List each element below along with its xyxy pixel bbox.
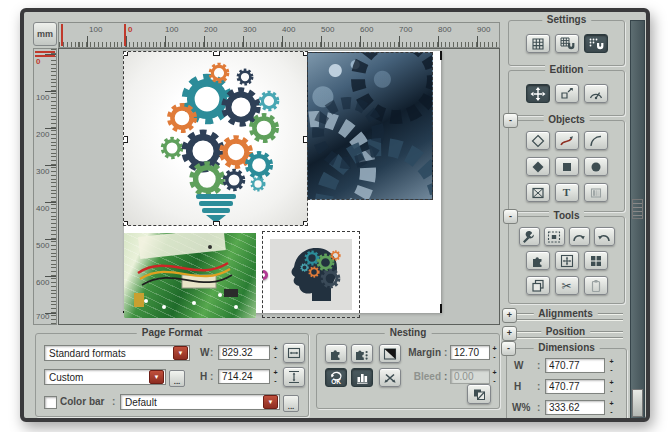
position-expand-button[interactable]: + (502, 326, 517, 341)
wrench-icon (521, 230, 537, 244)
fit-view-button[interactable] (555, 251, 579, 270)
spinner-up[interactable]: + (607, 400, 616, 408)
spinner-down[interactable]: - (490, 377, 499, 385)
grid-button[interactable] (526, 34, 550, 53)
selection-handle[interactable] (123, 136, 128, 143)
text-tool-button[interactable]: T (555, 183, 579, 202)
nest-start-button[interactable] (325, 344, 347, 363)
copy-button[interactable] (526, 276, 550, 295)
grid-snap-button[interactable] (555, 34, 579, 53)
selection-handle[interactable] (303, 221, 308, 226)
color-bar-select[interactable]: Default ▼ (120, 394, 280, 410)
h-ruler-label: 900 (477, 25, 490, 34)
spinner-up[interactable]: + (271, 369, 280, 377)
page-format-title: Page Format (137, 327, 208, 338)
spinner-down[interactable]: - (607, 366, 616, 374)
cut-button[interactable]: ✂ (555, 276, 579, 295)
standard-formats-select[interactable]: Standard formats ▼ (44, 345, 190, 361)
redo-button[interactable] (569, 227, 590, 246)
selection-handle[interactable] (123, 221, 128, 226)
canvas[interactable] (58, 48, 500, 325)
selection-handle[interactable] (213, 221, 220, 226)
dim-extra-input[interactable] (545, 421, 605, 422)
page-height-input[interactable] (218, 369, 270, 384)
spinner-up[interactable]: + (607, 379, 616, 387)
fit-width-icon (286, 346, 302, 360)
margin-input[interactable] (450, 345, 490, 360)
dimensions-collapse-button[interactable]: - (501, 341, 516, 356)
sidebar-scrollbar[interactable] (630, 20, 645, 420)
dim-w-input[interactable] (545, 358, 605, 373)
bleed-input[interactable] (450, 369, 490, 384)
dropdown-button[interactable]: ▼ (149, 370, 164, 384)
no-rotation-button[interactable] (379, 368, 401, 387)
dimensions-panel: - Dimensions W : + - H : + - W% : + - (506, 348, 627, 422)
objects-collapse-button[interactable]: - (503, 113, 518, 128)
nest-stats-button[interactable] (351, 368, 373, 387)
page-height-label: H (200, 371, 207, 382)
alignments-expand-button[interactable]: + (502, 308, 517, 323)
move-tool-button[interactable] (526, 84, 550, 103)
dim-w-spinner: + - (607, 358, 616, 373)
custom-format-browse-button[interactable]: ... (169, 370, 185, 387)
fit-height-button[interactable] (283, 367, 305, 387)
spinner-up[interactable]: + (607, 358, 616, 366)
color-bar-browse-button[interactable]: ... (283, 395, 299, 412)
circuit-board-photo[interactable] (124, 233, 256, 318)
filled-polygon-tool-button[interactable] (526, 157, 550, 176)
dim-wpct-input[interactable] (545, 400, 605, 415)
scrollbar-grip[interactable] (632, 199, 643, 219)
color-bar-checkbox[interactable] (44, 396, 57, 409)
blocks-button[interactable] (584, 251, 608, 270)
copy-icon (530, 279, 546, 293)
spinner-up[interactable]: + (271, 345, 280, 353)
horizontal-ruler: 100 0 100 200 300 400 500 600 700 800 90… (58, 22, 500, 48)
polygon-tool-button[interactable] (526, 131, 550, 150)
ruler-unit-button[interactable]: mm (33, 22, 57, 46)
rotate-tool-button[interactable] (584, 84, 608, 103)
machine-gears-photo[interactable] (307, 52, 433, 200)
dim-h-input[interactable] (545, 379, 605, 394)
puzzle-nest-button[interactable] (526, 251, 550, 270)
dropdown-button[interactable]: ▼ (173, 346, 188, 360)
spinner-down[interactable]: - (271, 377, 280, 385)
color-bar-value: Default (121, 397, 263, 408)
corner-fill-button[interactable] (379, 344, 401, 363)
lightbulb-gears-image[interactable] (123, 51, 308, 226)
app-window: mm 100 0 100 200 300 400 500 600 700 800… (20, 8, 650, 422)
overlap-check-button[interactable] (467, 384, 491, 404)
bitmap-tool-button[interactable] (584, 183, 608, 202)
colon: : (444, 371, 447, 382)
image-frame-tool-button[interactable] (526, 183, 550, 202)
wrench-button[interactable] (519, 227, 540, 246)
rectangle-tool-button[interactable] (555, 157, 579, 176)
spinner-down[interactable]: - (490, 353, 499, 361)
head-gears-image[interactable] (262, 231, 360, 318)
spinner-up[interactable]: + (490, 369, 499, 377)
spinner-down[interactable]: - (607, 387, 616, 395)
fit-page-button[interactable] (283, 343, 305, 363)
dropdown-button[interactable]: ▼ (263, 395, 278, 409)
page-width-input[interactable] (218, 345, 270, 360)
tools-collapse-button[interactable]: - (503, 209, 518, 224)
magnet-snap-button[interactable] (584, 34, 608, 53)
nest-ok-button[interactable]: OK (325, 368, 347, 387)
spinner-down[interactable]: - (607, 408, 616, 416)
ellipse-tool-button[interactable] (584, 157, 608, 176)
nest-multi-button[interactable] (351, 344, 373, 363)
spinner-up[interactable]: + (490, 345, 499, 353)
select-frame-button[interactable] (544, 227, 565, 246)
nesting-anchor-marker[interactable] (262, 270, 268, 280)
resize-tool-button[interactable] (555, 84, 579, 103)
custom-format-select[interactable]: Custom ▼ (44, 369, 166, 385)
curve-arrow-tool-button[interactable] (555, 131, 579, 150)
selection-handle[interactable] (213, 51, 220, 56)
puzzle-multi-icon (354, 347, 370, 361)
undo-button[interactable] (594, 227, 615, 246)
arc-tool-button[interactable] (584, 131, 608, 150)
selection-handle[interactable] (123, 51, 128, 56)
filled-square-icon (559, 160, 575, 174)
paste-button[interactable] (584, 276, 608, 295)
spinner-down[interactable]: - (271, 353, 280, 361)
scrollbar-thumb[interactable] (632, 389, 643, 417)
